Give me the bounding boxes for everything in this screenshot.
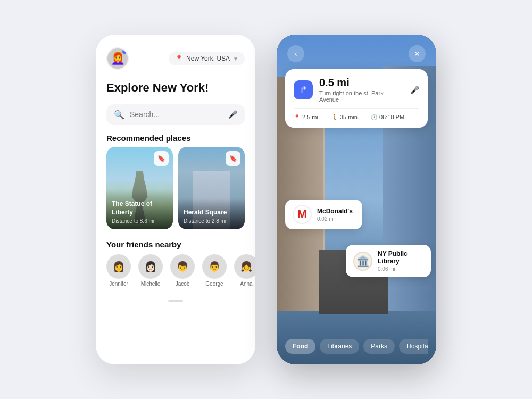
search-bar: 🔍 🎤 xyxy=(106,104,245,125)
place-card-statue[interactable]: 🔖 The Statue of Liberty Distance to 8.6 … xyxy=(106,147,173,229)
recommended-section: Recommended places 🔖 The Statue of Liber… xyxy=(106,134,245,229)
friend-jennifer[interactable]: 👩 Jennifer xyxy=(106,254,131,287)
friend-name-anna: Anna xyxy=(240,281,252,287)
poi-card-mcdonalds[interactable]: M McDonald's 0.02 mi xyxy=(285,200,362,229)
back-button[interactable]: ‹ xyxy=(287,45,304,62)
scroll-indicator xyxy=(106,300,245,302)
friend-avatar-michelle: 👩🏻 xyxy=(138,254,163,279)
card-info-statue: The Statue of Liberty Distance to 8.6 mi xyxy=(106,189,173,229)
places-grid: 🔖 The Statue of Liberty Distance to 8.6 … xyxy=(106,147,245,229)
left-phone: 👩‍🦰 📍 New York, USA ▼ Explore New York! … xyxy=(96,35,255,364)
library-logo: 🏛️ xyxy=(353,252,372,271)
nav-distance: 0.5 mi xyxy=(319,77,404,89)
place-distance-herald: Distance to 2.8 mi xyxy=(184,218,239,224)
friend-michelle[interactable]: 👩🏻 Michelle xyxy=(138,254,163,287)
walk-stat-icon: 🚶 xyxy=(331,114,338,120)
library-distance: 0.06 mi xyxy=(378,266,423,272)
bookmark-button-statue[interactable]: 🔖 xyxy=(154,151,169,166)
location-text: New York, USA xyxy=(186,55,230,62)
nav-stat-time: 🕐 06:18 PM xyxy=(371,114,404,120)
friend-avatar-jacob: 👦 xyxy=(170,254,195,279)
stat-arrival-time: 06:18 PM xyxy=(379,114,404,120)
place-name-herald: Herald Square xyxy=(184,209,239,217)
mcdonalds-distance: 0.02 mi xyxy=(317,216,353,222)
search-icon: 🔍 xyxy=(114,110,124,120)
pin-stat-icon: 📍 xyxy=(294,114,300,120)
friend-avatar-jennifer: 👩 xyxy=(106,254,131,279)
right-phone: ‹ ✕ ↱ 0.5 mi Turn right on the st. Park … xyxy=(277,35,436,364)
close-button[interactable]: ✕ xyxy=(409,45,426,62)
bookmark-button-herald[interactable]: 🔖 xyxy=(226,151,240,166)
friends-section: Your friends nearby 👩 Jennifer 👩🏻 Michel… xyxy=(106,240,245,287)
library-name: NY Public Library xyxy=(378,250,423,265)
category-food[interactable]: Food xyxy=(285,339,315,354)
navigation-card: ↱ 0.5 mi Turn right on the st. Park Aven… xyxy=(285,69,428,128)
search-input[interactable] xyxy=(130,110,223,119)
friend-avatar-george: 👨 xyxy=(202,254,227,279)
mcdonalds-name: McDonald's xyxy=(317,207,353,215)
ar-bottom-bar: Food Libraries Parks Hospitals xyxy=(277,332,436,364)
friends-title: Your friends nearby xyxy=(106,240,245,249)
category-libraries[interactable]: Libraries xyxy=(320,339,359,354)
notification-dot xyxy=(122,49,127,54)
scroll-dot xyxy=(168,300,183,302)
nav-stat-walk: 🚶 35 min xyxy=(331,114,364,120)
ar-top-bar: ‹ ✕ xyxy=(277,35,436,68)
place-card-herald[interactable]: 🔖 Herald Square Distance to 2.8 mi xyxy=(178,147,245,229)
mcdonalds-info: McDonald's 0.02 mi xyxy=(317,207,353,222)
friend-name-michelle: Michelle xyxy=(141,281,161,287)
friend-george[interactable]: 👨 George xyxy=(202,254,227,287)
nav-info: 0.5 mi Turn right on the st. Park Avenue xyxy=(319,77,404,103)
avatar[interactable]: 👩‍🦰 xyxy=(106,47,129,70)
nav-stats: 📍 2.5 mi 🚶 35 min 🕐 06:18 PM xyxy=(294,108,419,120)
place-name-statue: The Statue of Liberty xyxy=(112,200,168,217)
poi-card-library[interactable]: 🏛️ NY Public Library 0.06 mi xyxy=(346,245,431,277)
nav-instruction: Turn right on the st. Park Avenue xyxy=(319,90,404,103)
friend-name-jennifer: Jennifer xyxy=(109,281,128,287)
friend-name-george: George xyxy=(205,281,223,287)
category-tabs: Food Libraries Parks Hospitals xyxy=(285,339,428,354)
library-info: NY Public Library 0.06 mi xyxy=(378,250,423,272)
nav-stat-distance: 📍 2.5 mi xyxy=(294,114,325,120)
stat-walk-time: 35 min xyxy=(340,114,358,120)
clock-stat-icon: 🕐 xyxy=(371,114,377,120)
chevron-down-icon: ▼ xyxy=(233,56,238,62)
mcdonalds-logo: M xyxy=(293,205,312,224)
nav-mic-icon[interactable]: 🎤 xyxy=(410,86,419,94)
friend-avatar-anna: 👧 xyxy=(234,254,255,279)
mic-icon[interactable]: 🎤 xyxy=(228,110,237,119)
friend-jacob[interactable]: 👦 Jacob xyxy=(170,254,195,287)
category-parks[interactable]: Parks xyxy=(363,339,395,354)
nav-card-top: ↱ 0.5 mi Turn right on the st. Park Aven… xyxy=(294,77,419,103)
turn-arrow-icon: ↱ xyxy=(294,80,313,99)
friends-row: 👩 Jennifer 👩🏻 Michelle 👦 Jacob 👨 George … xyxy=(106,254,245,287)
category-hospitals[interactable]: Hospitals xyxy=(399,339,428,354)
place-distance-statue: Distance to 8.6 mi xyxy=(112,218,168,224)
pin-icon: 📍 xyxy=(175,55,183,62)
location-selector[interactable]: 📍 New York, USA ▼ xyxy=(169,52,245,65)
card-info-herald: Herald Square Distance to 2.8 mi xyxy=(178,198,245,229)
stat-total-distance: 2.5 mi xyxy=(302,114,318,120)
left-phone-header: 👩‍🦰 📍 New York, USA ▼ xyxy=(106,47,245,70)
recommended-title: Recommended places xyxy=(106,134,245,143)
page-title: Explore New York! xyxy=(106,80,245,96)
friend-anna[interactable]: 👧 Anna xyxy=(234,254,255,287)
friend-name-jacob: Jacob xyxy=(176,281,190,287)
